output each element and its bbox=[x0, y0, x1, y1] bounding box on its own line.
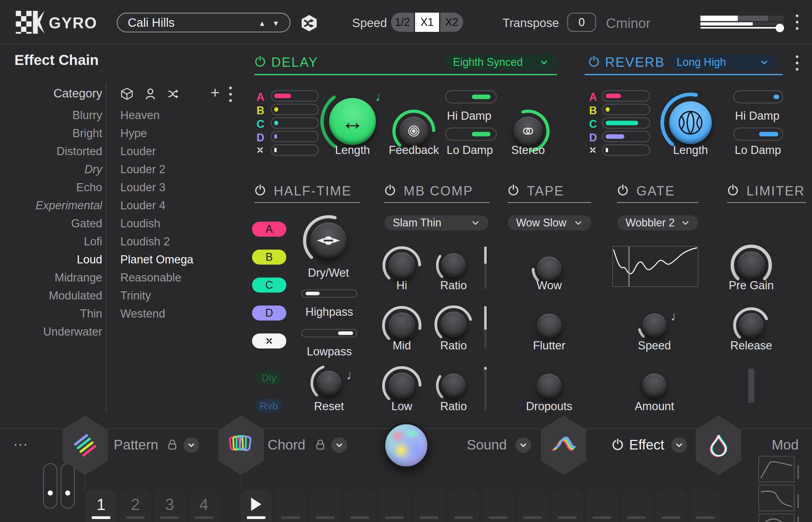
category-item[interactable]: Gated bbox=[12, 217, 102, 230]
limiter-power-button[interactable] bbox=[727, 184, 739, 196]
macro-orb[interactable] bbox=[383, 422, 429, 468]
delay-level-c-slider[interactable] bbox=[271, 117, 319, 129]
sound-label[interactable]: Sound bbox=[467, 437, 507, 453]
chord-lock-icon[interactable] bbox=[316, 440, 324, 450]
mod-page-button[interactable] bbox=[693, 416, 744, 475]
effect-power-button[interactable] bbox=[612, 438, 624, 451]
step-pad[interactable] bbox=[621, 489, 652, 522]
step-pad[interactable] bbox=[448, 489, 479, 522]
delay-hi-damp-slider[interactable] bbox=[445, 90, 497, 103]
shuffle-presets-icon[interactable] bbox=[167, 87, 180, 100]
preset-step-arrows[interactable]: ▲ ▼ bbox=[258, 14, 279, 33]
pattern-expand-button[interactable] bbox=[183, 437, 199, 453]
gate-speed-knob[interactable] bbox=[638, 308, 671, 342]
mbcomp-mid-ratio-knob[interactable] bbox=[434, 305, 473, 344]
pattern-tab-1[interactable]: 1 bbox=[85, 489, 117, 522]
gate-preset-dropdown[interactable]: Wobbler 2 bbox=[617, 215, 698, 230]
randomize-dice-icon[interactable] bbox=[300, 14, 318, 33]
step-pad[interactable] bbox=[690, 489, 721, 522]
speed-x1-button[interactable]: X1 bbox=[415, 13, 439, 32]
gate-power-button[interactable] bbox=[617, 184, 629, 196]
reverb-hi-damp-slider[interactable] bbox=[733, 90, 783, 103]
step-pad[interactable] bbox=[655, 489, 687, 522]
browser-menu-button[interactable] bbox=[229, 86, 232, 102]
halftime-drywet-knob[interactable] bbox=[302, 214, 355, 267]
halftime-power-button[interactable] bbox=[254, 184, 266, 196]
delay-level-b-slider[interactable] bbox=[271, 104, 319, 115]
preset-list-item[interactable]: Louder bbox=[120, 145, 156, 158]
preset-list-item[interactable]: Loudish 2 bbox=[120, 235, 170, 248]
halftime-dly-toggle[interactable]: Dly bbox=[256, 371, 282, 385]
mod-label[interactable]: Mod bbox=[772, 437, 798, 453]
halftime-lowpass-slider[interactable] bbox=[301, 329, 357, 337]
preset-list-item[interactable]: Heaven bbox=[120, 109, 160, 122]
step-pad[interactable] bbox=[310, 489, 341, 522]
gate-amount-knob[interactable] bbox=[638, 369, 671, 402]
halftime-slot-b-button[interactable]: B bbox=[252, 249, 286, 265]
chord-page-button[interactable] bbox=[215, 416, 267, 475]
tape-power-button[interactable] bbox=[508, 184, 519, 196]
preset-list-item[interactable]: Louder 4 bbox=[120, 199, 165, 212]
preset-list-item[interactable]: Louder 3 bbox=[120, 181, 165, 194]
factory-presets-filter-icon[interactable] bbox=[120, 87, 134, 100]
chord-expand-button[interactable] bbox=[332, 437, 347, 453]
preset-list-item[interactable]: Trinity bbox=[120, 289, 151, 302]
mod-thumb-3-handle[interactable] bbox=[797, 516, 799, 522]
mod-thumb-2-handle[interactable] bbox=[797, 494, 799, 508]
category-item[interactable]: Distorted bbox=[12, 145, 102, 158]
reverb-level-b-slider[interactable] bbox=[602, 104, 650, 115]
mod-thumb-1-handle[interactable] bbox=[797, 465, 799, 479]
effect-expand-button[interactable] bbox=[671, 437, 687, 453]
category-item[interactable]: Underwater bbox=[12, 325, 102, 338]
reverb-level-d-slider[interactable] bbox=[602, 131, 650, 142]
delay-lo-damp-slider[interactable] bbox=[445, 127, 497, 141]
mod-envelope-thumb-3[interactable] bbox=[758, 514, 795, 522]
add-preset-button[interactable]: + bbox=[211, 85, 220, 100]
step-pad[interactable] bbox=[413, 489, 444, 522]
pattern-tab-3[interactable]: 3 bbox=[154, 489, 185, 522]
step-pad[interactable] bbox=[552, 489, 583, 522]
category-item[interactable]: Blurry bbox=[12, 109, 102, 122]
speed-x2-button[interactable]: X2 bbox=[440, 13, 463, 32]
delay-power-button[interactable] bbox=[254, 55, 266, 67]
user-presets-filter-icon[interactable] bbox=[144, 87, 157, 100]
delay-level-random-slider[interactable] bbox=[271, 144, 319, 156]
mod-wheel[interactable] bbox=[60, 463, 75, 509]
halftime-reset-knob[interactable] bbox=[310, 364, 348, 402]
category-item[interactable]: Experimental bbox=[12, 199, 102, 212]
delay-preset-dropdown[interactable]: Eighth Synced bbox=[444, 54, 557, 71]
sound-expand-button[interactable] bbox=[515, 437, 531, 453]
preset-list-item-selected[interactable]: Planet Omega bbox=[120, 253, 193, 266]
step-pad[interactable] bbox=[344, 489, 375, 522]
reverb-lo-damp-slider[interactable] bbox=[733, 127, 783, 141]
reverb-menu-button[interactable] bbox=[796, 55, 798, 71]
step-pad[interactable] bbox=[517, 489, 548, 522]
preset-list-item[interactable]: Hype bbox=[120, 127, 147, 140]
chord-label[interactable]: Chord bbox=[268, 437, 305, 453]
pattern-tab-2[interactable]: 2 bbox=[120, 489, 151, 522]
step-pad[interactable] bbox=[379, 489, 410, 522]
tape-preset-dropdown[interactable]: Wow Slow bbox=[508, 215, 591, 230]
pattern-tab-4[interactable]: 4 bbox=[188, 489, 220, 522]
preset-list-item[interactable]: Louder 2 bbox=[120, 163, 165, 176]
halftime-slot-d-button[interactable]: D bbox=[252, 305, 286, 321]
category-item[interactable]: Dry bbox=[12, 163, 102, 176]
reverb-level-a-slider[interactable] bbox=[602, 90, 650, 102]
preset-list-item[interactable]: Westend bbox=[120, 307, 165, 320]
step-pad[interactable] bbox=[482, 489, 514, 522]
reverb-preset-dropdown[interactable]: Long High bbox=[668, 54, 777, 71]
preset-up-icon[interactable]: ▲ bbox=[258, 19, 265, 28]
mbcomp-preset-dropdown[interactable]: Slam Thin bbox=[384, 215, 489, 230]
master-volume-slider[interactable] bbox=[700, 16, 784, 29]
pattern-label[interactable]: Pattern bbox=[114, 437, 158, 453]
mod-envelope-thumb-1[interactable] bbox=[758, 456, 795, 482]
more-options-button[interactable]: ... bbox=[14, 433, 28, 449]
halftime-rvb-toggle[interactable]: Rvb bbox=[256, 399, 282, 413]
preset-list-item[interactable]: Loudish bbox=[120, 217, 160, 230]
step-pad[interactable] bbox=[586, 489, 617, 522]
mbcomp-low-ratio-knob[interactable] bbox=[435, 367, 472, 403]
pitch-wheel[interactable] bbox=[43, 463, 57, 509]
category-item[interactable]: Lofi bbox=[12, 235, 102, 248]
volume-slider-thumb[interactable] bbox=[776, 24, 784, 32]
preset-list-item[interactable]: Reasonable bbox=[120, 271, 181, 284]
